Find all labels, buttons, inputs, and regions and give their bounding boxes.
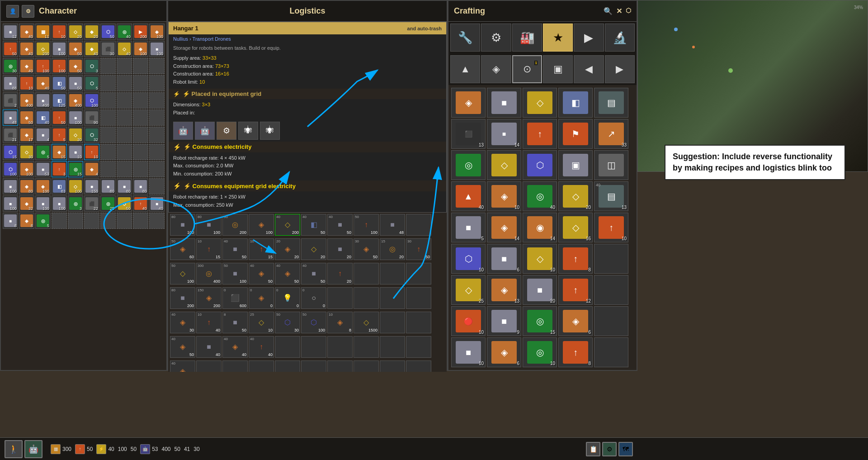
log-slot[interactable]: ⬛ 0600 bbox=[222, 287, 248, 309]
log-slot[interactable]: ◈ 4050 bbox=[275, 263, 300, 285]
inv-slot[interactable]: ◎40 bbox=[117, 24, 132, 40]
inv-slot[interactable]: ◎30 bbox=[3, 58, 18, 74]
log-slot-empty[interactable] bbox=[327, 360, 353, 372]
craft-slot[interactable]: ▣ bbox=[558, 150, 593, 180]
log-slot[interactable]: ↑ 1015 bbox=[249, 238, 274, 260]
craft-slot[interactable]: ▲ 40 bbox=[451, 181, 486, 211]
inv-slot[interactable]: ◈40 bbox=[19, 58, 34, 74]
log-slot[interactable]: ◎ 90200 bbox=[222, 214, 248, 236]
inv-slot[interactable]: ◎5 bbox=[35, 144, 51, 160]
inv-slot[interactable]: ◈4 bbox=[84, 161, 99, 177]
craft-slot[interactable]: ◈ 13 bbox=[487, 275, 521, 305]
inv-slot[interactable]: ◈50 bbox=[68, 58, 83, 74]
log-slot-empty[interactable] bbox=[354, 263, 379, 285]
inv-slot[interactable]: ◈40 bbox=[19, 41, 34, 57]
craft-slot-empty[interactable] bbox=[594, 244, 628, 274]
hangar-bar[interactable]: Hangar 1 and auto-trash bbox=[169, 22, 446, 34]
bottom-icon-2[interactable]: ⚙ bbox=[602, 442, 617, 456]
craft-slot[interactable]: ↑ 12 bbox=[558, 275, 593, 305]
inv-slot[interactable]: ■8 bbox=[3, 213, 18, 229]
log-slot-empty[interactable] bbox=[301, 360, 326, 372]
inv-slot[interactable]: ■50 bbox=[68, 75, 83, 91]
player-avatar-2[interactable]: 🤖 bbox=[24, 440, 42, 458]
craft-slot[interactable]: ⬡ 10 bbox=[451, 244, 486, 274]
inv-slot[interactable]: ⬛90 bbox=[84, 109, 99, 126]
inv-slot[interactable]: ◈80 bbox=[19, 178, 34, 194]
inv-slot[interactable]: ■100 bbox=[52, 41, 67, 57]
inv-slot[interactable]: ◧125 bbox=[52, 92, 67, 109]
log-slot-empty[interactable] bbox=[406, 336, 431, 358]
craft-tab-2-6[interactable]: ▶ bbox=[605, 55, 635, 83]
log-slot-empty[interactable] bbox=[406, 214, 431, 236]
log-slot[interactable]: ◈ 4050 bbox=[249, 263, 274, 285]
inv-slot[interactable]: ◇40 bbox=[117, 41, 132, 57]
inv-slot[interactable]: ◎25 bbox=[100, 195, 116, 212]
log-slot[interactable]: ↑ 1040 bbox=[196, 312, 222, 333]
log-slot-empty[interactable] bbox=[380, 360, 405, 372]
inv-slot[interactable]: ◇30 bbox=[19, 144, 34, 160]
craft-slot[interactable]: ◈ 6 bbox=[487, 337, 521, 367]
inv-slot[interactable]: ■53 bbox=[35, 161, 51, 177]
robot-slot[interactable]: 🕷 bbox=[238, 122, 258, 140]
craft-slot[interactable]: ◇ 20 bbox=[558, 181, 593, 211]
log-slot-empty[interactable] bbox=[301, 336, 326, 358]
robot-slot[interactable]: 🤖 bbox=[195, 122, 215, 140]
inv-slot[interactable]: ◈32 bbox=[19, 195, 34, 212]
log-slot[interactable]: ◈ 4040 bbox=[222, 336, 248, 358]
craft-slot[interactable]: ◇ bbox=[487, 150, 521, 180]
inv-slot[interactable]: ⬡100 bbox=[84, 92, 99, 109]
log-slot[interactable]: ■ 80100 bbox=[196, 214, 222, 236]
craft-slot[interactable]: ■ 9 bbox=[487, 306, 521, 336]
log-slot[interactable]: ◈ 2020 bbox=[275, 238, 300, 260]
close-icon[interactable]: ✕ bbox=[616, 7, 622, 15]
log-slot-empty[interactable] bbox=[406, 287, 431, 309]
craft-slot-empty[interactable] bbox=[594, 337, 628, 367]
inv-slot[interactable]: ■10 bbox=[68, 144, 83, 160]
craft-slot[interactable]: ◇ 25 bbox=[451, 275, 486, 305]
inv-slot[interactable]: ↑3 bbox=[52, 161, 67, 177]
inv-slot[interactable]: ▦11 bbox=[35, 24, 51, 40]
inv-slot[interactable]: ◎5 bbox=[35, 213, 51, 229]
inv-slot[interactable]: ↑10 bbox=[52, 24, 67, 40]
craft-slot[interactable]: ◧ bbox=[558, 88, 593, 118]
log-slot[interactable]: ◧ 4050 bbox=[301, 214, 326, 236]
inv-slot[interactable]: ■100 bbox=[149, 41, 165, 57]
inv-slot[interactable]: ■40 bbox=[149, 195, 165, 212]
inv-slot[interactable]: ◈40 bbox=[19, 24, 34, 40]
log-slot[interactable]: ■ 80200 bbox=[170, 287, 195, 309]
character-icon-1[interactable]: 👤 bbox=[6, 5, 19, 18]
log-slot-empty[interactable] bbox=[354, 287, 379, 309]
inv-slot[interactable]: ■100 bbox=[68, 109, 83, 126]
inv-slot[interactable]: ◈17 bbox=[19, 127, 34, 143]
log-slot-empty[interactable] bbox=[196, 360, 222, 372]
craft-tab-2-2[interactable]: ◈ bbox=[481, 55, 511, 83]
log-slot-empty[interactable] bbox=[406, 360, 431, 372]
inv-slot[interactable]: ◇100 bbox=[68, 178, 83, 194]
inv-slot[interactable]: ⬛2 bbox=[3, 92, 18, 109]
inv-slot[interactable]: ◈400 bbox=[19, 92, 34, 109]
inv-slot[interactable]: ◈100 bbox=[133, 41, 148, 57]
log-slot[interactable]: ⬡ 5030 bbox=[275, 312, 300, 333]
inv-slot[interactable]: ■100 bbox=[3, 195, 18, 212]
craft-slot[interactable]: ◎ bbox=[451, 150, 486, 180]
inv-slot[interactable]: ■4 bbox=[35, 127, 51, 143]
log-slot-empty[interactable] bbox=[354, 336, 379, 358]
log-slot-empty[interactable] bbox=[327, 287, 353, 309]
inv-slot[interactable]: ■100 bbox=[52, 195, 67, 212]
craft-slot[interactable]: ▤ 1340 bbox=[594, 181, 628, 211]
log-slot[interactable]: ↑ 3050 bbox=[406, 238, 431, 260]
craft-tab-2-5[interactable]: ◀ bbox=[574, 55, 604, 83]
craft-slot[interactable]: ◇ 10 bbox=[523, 244, 557, 274]
log-slot[interactable]: 💡 00 bbox=[275, 287, 300, 309]
craft-tab-2-3[interactable]: ⊙ℹ bbox=[512, 55, 542, 83]
log-slot[interactable]: ■ 80100 bbox=[170, 214, 195, 236]
log-slot[interactable]: ◇ 20 bbox=[301, 238, 326, 260]
inv-slot[interactable]: ◈50 bbox=[19, 109, 34, 126]
craft-slot[interactable]: ◈ 14 bbox=[487, 213, 521, 242]
log-slot[interactable]: ■ 50100 bbox=[222, 263, 248, 285]
craft-tab-tools[interactable]: 🔧 bbox=[450, 24, 480, 52]
craft-slot[interactable]: ◫ bbox=[594, 150, 628, 180]
craft-slot[interactable]: ◇ bbox=[523, 88, 557, 118]
log-slot[interactable]: ◈ 100 bbox=[249, 214, 274, 236]
log-slot[interactable]: ↑ 1015 bbox=[196, 238, 222, 260]
